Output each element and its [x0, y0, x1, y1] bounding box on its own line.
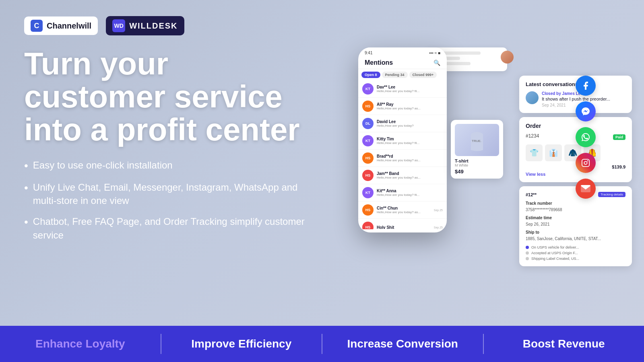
step-dot-3 [526, 257, 529, 260]
feature-item-1: • Easy to use one-click installation [24, 158, 306, 173]
willdesk-icon: WD [112, 19, 125, 32]
chat-info-7: Kit** Anna Hello,How are you today? fil.… [377, 189, 443, 197]
chat-preview-4: Hello,How are you today? fil... [377, 141, 443, 145]
tracking-step-2: Accepted at USPS Origin F... [526, 251, 625, 255]
chat-preview-7: Hello,How are you today? fil... [377, 193, 443, 197]
headline-line1: Turn your [24, 46, 168, 81]
bullet-3: • [24, 214, 28, 230]
whatsapp-icon[interactable] [576, 127, 596, 147]
bottom-enhance: Enhance Loyalty [0, 326, 161, 362]
chat-name-4: Kitty Tim [377, 137, 443, 141]
left-content: Turn your customer service into a profit… [24, 43, 338, 326]
track-number-value: 3758*********789668 [526, 207, 625, 213]
ship-to-label: Ship to [526, 230, 539, 234]
headline: Turn your customer service into a profit… [24, 47, 338, 146]
chat-name-2: All** Ray [377, 102, 443, 107]
tracking-step-3: Shipping Label Created, US... [526, 257, 625, 261]
agent-avatar [526, 91, 539, 104]
order-number: #1234 [526, 133, 539, 139]
chat-avatar-8: HS [362, 204, 374, 216]
tab-pending[interactable]: Pending 34 [382, 72, 408, 78]
bottom-bar: Enhance Loyalty Improve Efficiency Incre… [0, 326, 644, 362]
chat-info-3: David Lee Hello,How are you today? [377, 119, 443, 128]
chat-item-8[interactable]: HS Cin** Chun Hello,How are you today? a… [358, 202, 447, 219]
gmail-icon[interactable] [576, 179, 596, 199]
product-card: TRUE. T-shirt M White $49 [451, 120, 503, 179]
chat-item-7[interactable]: KT Kit** Anna Hello,How are you today? f… [358, 184, 447, 202]
step-text-1: On USPS vehicle for deliver... [531, 245, 579, 249]
profile-avatar-small [501, 51, 514, 64]
phone-area: 9:41 ▪▪▪ ≈ ■ Mentions 🔍 Open 8 Pending 3… [338, 35, 620, 326]
social-icons [576, 76, 596, 199]
features-list: • Easy to use one-click installation • U… [24, 158, 338, 242]
tracking-step-1: On USPS vehicle for deliver... [526, 245, 625, 249]
svg-text:TRUE.: TRUE. [472, 139, 481, 143]
product-thumb-1: 👕 [526, 144, 543, 161]
facebook-icon[interactable] [576, 76, 596, 96]
order-status-badge: Paid [613, 134, 625, 140]
chat-name-8: Cin** Chun [377, 206, 431, 210]
chat-avatar-1: KT [362, 83, 374, 95]
step-text-2: Accepted at USPS Origin F... [531, 251, 578, 255]
order-title: Order [526, 123, 541, 129]
product-image: TRUE. [455, 124, 499, 156]
chat-name-7: Kit** Anna [377, 189, 443, 193]
chat-preview-5: Hello,How are you today? as... [377, 158, 443, 162]
chat-info-8: Cin** Chun Hello,How are you today? as..… [377, 206, 431, 214]
phone-tabs: Open 8 Pending 34 Closed 999+ [358, 69, 447, 80]
feature-text-1: Easy to use one-click installation [33, 158, 173, 172]
chat-avatar-3: DL [362, 118, 374, 129]
chat-item-4[interactable]: KT Kitty Tim Hello,How are you today? fi… [358, 132, 447, 150]
chat-avatar-7: KT [362, 187, 374, 198]
feature-text-2: Unify Live Chat, Email, Messenger, Insta… [33, 181, 306, 208]
search-icon[interactable]: 🔍 [433, 60, 440, 66]
chat-list: KT Dav** Lee Hello,How are you today? fi… [358, 80, 447, 229]
tab-open[interactable]: Open 8 [361, 72, 380, 78]
feature-item-2: • Unify Live Chat, Email, Messenger, Ins… [24, 181, 306, 208]
bullet-1: • [24, 158, 28, 173]
product-name: T-shirt [455, 158, 499, 163]
bottom-improve: Improve Efficiency [161, 326, 322, 362]
chat-info-2: All** Ray Hello,How are you today? as... [377, 102, 443, 110]
tracking-info: Track number 3758*********789668 Estimat… [526, 200, 625, 242]
instagram-icon[interactable] [576, 153, 596, 173]
chat-time-9: Sep.25 [434, 226, 443, 229]
phone-time: 9:41 [365, 51, 372, 55]
phone-header: Mentions 🔍 [358, 57, 447, 69]
chat-avatar-9: HS [362, 222, 374, 229]
chat-item-2[interactable]: HS All** Ray Hello,How are you today? as… [358, 98, 447, 115]
chat-preview-8: Hello,How are you today? as... [377, 210, 431, 214]
main-section: Turn your customer service into a profit… [0, 43, 644, 326]
channelwill-logo: C Channelwill [24, 16, 98, 35]
ship-to-value: 1885, SanJose, California, UNITE, STAT..… [526, 236, 625, 242]
chat-item-5[interactable]: HS Brad**rd Hello,How are you today? as.… [358, 150, 447, 167]
chat-preview-3: Hello,How are you today? [377, 124, 443, 128]
chat-avatar-6: HS [362, 170, 374, 181]
tab-closed[interactable]: Closed 999+ [409, 72, 437, 78]
chat-preview-6: Hello,How are you today? as... [377, 176, 443, 179]
chat-info-4: Kitty Tim Hello,How are you today? fil..… [377, 137, 443, 145]
product-price: $49 [455, 169, 499, 175]
phone-signals: ▪▪▪ ≈ ■ [429, 51, 440, 55]
chat-item-1[interactable]: KT Dav** Lee Hello,How are you today? fi… [358, 80, 447, 98]
tracking-details-badge[interactable]: Tracking details [598, 192, 625, 197]
estimate-value: Sep 26, 2021 [526, 221, 625, 228]
closed-by-label: Closed by [542, 91, 561, 96]
headline-line2: customer service [24, 79, 283, 114]
chat-item-6[interactable]: HS Jam** Band Hello,How are you today? a… [358, 167, 447, 184]
chat-name-3: David Lee [377, 119, 443, 124]
chat-preview-1: Hello,How are you today? fil... [377, 89, 443, 93]
track-number-label: Track number [526, 201, 552, 206]
channelwill-icon: C [31, 20, 43, 32]
bullet-2: • [24, 180, 28, 195]
chat-preview-2: Hello,How are you today? as... [377, 107, 443, 110]
step-dot-2 [526, 251, 529, 255]
product-thumb-2: 👔 [545, 144, 562, 161]
chat-item-3[interactable]: DL David Lee Hello,How are you today? [358, 115, 447, 132]
bottom-boost: Boost Revenue [484, 326, 644, 362]
bottom-increase: Increase Conversion [322, 326, 483, 362]
messenger-icon[interactable] [576, 101, 596, 121]
chat-item-9[interactable]: HS Holv Shit Sep.25 [358, 219, 447, 229]
chat-avatar-4: KT [362, 135, 374, 146]
svg-rect-0 [582, 159, 589, 167]
